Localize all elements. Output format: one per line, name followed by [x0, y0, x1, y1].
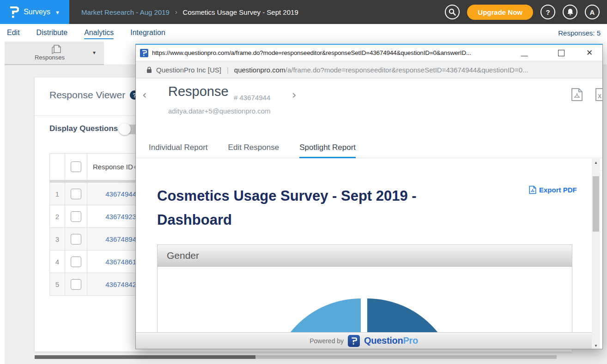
response-id-link[interactable]: 43674894	[87, 228, 139, 251]
search-icon	[449, 8, 456, 16]
nav-tab-analytics[interactable]: Analytics	[84, 29, 114, 37]
tab-individual-report[interactable]: Individual Report	[149, 137, 208, 158]
svg-text:X: X	[598, 93, 601, 100]
popup-security-bar: QuestionPro Inc [US] | questionpro.com /…	[136, 61, 602, 78]
nav-tab-edit[interactable]: Edit	[7, 29, 20, 37]
notifications-button[interactable]	[563, 5, 577, 19]
search-button[interactable]	[445, 5, 460, 19]
url-domain[interactable]: questionpro.com	[234, 66, 285, 74]
dashboard-heading: Cosmetics Usage Survey - Sept 2019 - Das…	[157, 184, 462, 232]
response-id-link[interactable]: 43674944	[87, 183, 139, 205]
respondent-email: aditya.datar+5@questionpro.com	[168, 107, 271, 115]
row-checkbox[interactable]	[71, 211, 81, 222]
header-cell-select-all	[65, 154, 87, 180]
row-checkbox-cell	[65, 251, 87, 273]
security-org-label[interactable]: QuestionPro Inc [US]	[156, 66, 221, 74]
product-switcher[interactable]: Surveys ▼	[0, 0, 69, 24]
responses-toolbar-label: Responses	[5, 54, 95, 61]
row-number: 2	[50, 205, 65, 228]
topbar-actions: Upgrade Now ? A	[445, 5, 607, 20]
left-edge-strip	[0, 42, 5, 364]
select-all-checkbox[interactable]	[71, 161, 81, 172]
chevron-down-icon[interactable]: ▾	[93, 49, 96, 56]
screen: Surveys ▼ Market Research - Aug 2019 › C…	[0, 0, 607, 364]
row-checkbox[interactable]	[71, 257, 81, 267]
spotlight-report-content: Export PDF Cosmetics Usage Survey - Sept…	[136, 159, 592, 349]
window-close-button[interactable]: ✕	[584, 48, 595, 58]
powered-by-footer: Powered by QuestionPro	[136, 332, 592, 349]
popup-title-bar[interactable]: https://www.questionpro.com/a/frame.do?m…	[136, 45, 602, 61]
download-excel-icon[interactable]: X	[595, 88, 603, 101]
questionpro-logo-icon	[348, 335, 360, 347]
breadcrumb-current-survey: Cosmetics Usage Survey - Sept 2019	[183, 8, 298, 16]
export-pdf-link[interactable]: Export PDF	[529, 185, 577, 194]
response-id-link[interactable]: 43674861	[87, 251, 139, 273]
tab-edit-response[interactable]: Edit Response	[228, 137, 279, 158]
responses-pages-icon	[50, 43, 62, 54]
toggle-knob	[119, 123, 131, 135]
lock-icon	[146, 66, 152, 73]
account-avatar[interactable]: A	[585, 5, 600, 19]
response-id-link[interactable]: 43674923	[87, 205, 139, 228]
powered-by-label: Powered by	[310, 337, 344, 345]
nav-tab-distribute[interactable]: Distribute	[36, 29, 68, 37]
row-checkbox[interactable]	[71, 234, 81, 245]
gender-section-header: Gender	[158, 245, 572, 267]
tab-spotlight-report[interactable]: Spotlight Report	[299, 137, 356, 158]
questionpro-favicon	[140, 49, 148, 57]
next-response-button[interactable]: ›	[292, 89, 297, 101]
vertical-scrollbar-track[interactable]: ▲ ▼	[592, 159, 600, 349]
chevron-down-icon: ▼	[55, 10, 60, 15]
popup-tabs: Individual Report Edit Response Spotligh…	[136, 137, 602, 158]
responses-count: Responses: 5	[558, 29, 601, 37]
horizontal-scrollbar-thumb[interactable]	[35, 355, 255, 359]
page-title: Response Viewer	[49, 90, 125, 101]
window-maximize-button[interactable]	[558, 50, 565, 56]
help-button[interactable]: ?	[540, 5, 555, 19]
row-checkbox[interactable]	[71, 279, 81, 290]
response-id-header-label: Response ID	[93, 163, 133, 171]
row-checkbox-cell	[65, 183, 87, 205]
bell-icon	[567, 8, 574, 16]
previous-response-button[interactable]: ‹	[142, 89, 147, 101]
row-checkbox[interactable]	[71, 189, 81, 199]
gender-section-title: Gender	[167, 250, 199, 261]
breadcrumb-separator: ›	[175, 8, 177, 16]
row-number: 1	[50, 183, 65, 205]
security-separator: |	[227, 66, 229, 74]
wordmark-pro: Pro	[403, 335, 418, 346]
scroll-up-arrow[interactable]: ▲	[592, 159, 600, 166]
response-header: ‹ Response # 43674944 › aditya.datar+5@q…	[136, 78, 602, 137]
response-editor-popup: https://www.questionpro.com/a/frame.do?m…	[135, 44, 603, 349]
breadcrumb-folder-link[interactable]: Market Research - Aug 2019	[81, 8, 170, 16]
response-title: Response	[168, 84, 229, 99]
popup-window-title-url: https://www.questionpro.com/a/frame.do?m…	[152, 49, 508, 56]
horizontal-scrollbar-track[interactable]	[35, 355, 557, 359]
nav-tab-integration[interactable]: Integration	[130, 29, 165, 37]
row-number: 5	[50, 273, 65, 296]
export-pdf-icon	[529, 185, 536, 194]
scroll-down-arrow[interactable]: ▼	[592, 342, 600, 349]
window-minimize-button[interactable]: —	[518, 51, 530, 59]
url-path: /a/frame.do?mode=responseeditor&response…	[285, 66, 528, 74]
breadcrumb: Market Research - Aug 2019 › Cosmetics U…	[81, 8, 298, 16]
questionpro-logo-icon	[9, 6, 19, 18]
display-questions-label: Display Questions	[49, 124, 118, 133]
product-label: Surveys	[24, 8, 50, 16]
header-cell-blank	[50, 154, 65, 180]
row-checkbox-cell	[65, 205, 87, 228]
top-bar: Surveys ▼ Market Research - Aug 2019 › C…	[0, 0, 607, 24]
row-number: 3	[50, 228, 65, 251]
questionpro-wordmark: QuestionPro	[364, 335, 418, 346]
download-pdf-icon[interactable]	[571, 88, 583, 101]
response-number: # 43674944	[234, 94, 270, 101]
row-number: 4	[50, 251, 65, 273]
upgrade-now-button[interactable]: Upgrade Now	[467, 5, 533, 20]
row-checkbox-cell	[65, 273, 87, 296]
wordmark-question: Question	[364, 335, 403, 346]
response-id-link[interactable]: 43674842	[87, 273, 139, 296]
header-cell-response-id[interactable]: Response ID ⬥	[87, 154, 139, 180]
survey-nav: Edit Distribute Analytics Integration Re…	[0, 24, 607, 42]
vertical-scrollbar-thumb[interactable]	[593, 176, 599, 232]
responses-dropdown-button[interactable]: Responses ▾	[5, 42, 104, 65]
